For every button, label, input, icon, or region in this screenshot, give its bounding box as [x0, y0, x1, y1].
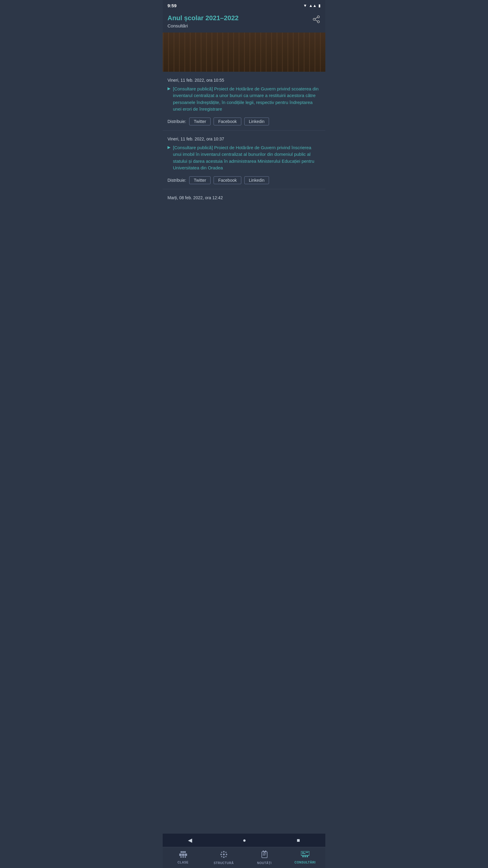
- svg-rect-13: [185, 856, 186, 858]
- main-content: Vineri, 11 feb. 2022, ora 10:55 ▶ [Consu…: [163, 72, 325, 868]
- hero-image: [163, 33, 325, 72]
- distribuie-label-1: Distribuie:: [167, 119, 186, 124]
- svg-rect-7: [185, 854, 187, 856]
- svg-point-2: [318, 21, 320, 23]
- noutati-icon: i: [261, 850, 268, 860]
- back-button[interactable]: ◀: [182, 835, 198, 845]
- nav-item-clase[interactable]: CLASE: [163, 847, 203, 868]
- home-button[interactable]: ●: [237, 835, 252, 845]
- app-header: Anul școlar 2021–2022 Consultări: [163, 11, 325, 33]
- svg-point-19: [221, 852, 222, 853]
- article-card-2: Vineri, 11 feb. 2022, ora 10:37 ▶ [Consu…: [163, 130, 325, 189]
- header-text: Anul școlar 2021–2022 Consultări: [167, 14, 238, 28]
- android-nav: ◀ ● ■: [163, 834, 325, 847]
- linkedin-btn-2[interactable]: Linkedin: [244, 176, 269, 184]
- signal-icon: ▲▲: [309, 3, 317, 8]
- svg-point-14: [223, 854, 225, 855]
- status-icons: ▼ ▲▲ ▮: [303, 3, 321, 8]
- distribuie-label-2: Distribuie:: [167, 178, 186, 183]
- nav-item-noutati[interactable]: i NOUTĂȚI: [244, 847, 285, 868]
- article-title-1[interactable]: [Consultare publică] Proiect de Hotărâre…: [173, 86, 321, 113]
- twitter-btn-1[interactable]: Twitter: [189, 118, 210, 125]
- article-card-1: Vineri, 11 feb. 2022, ora 10:55 ▶ [Consu…: [163, 72, 325, 130]
- distribuie-row-1: Distribuie: Twitter Facebook Linkedin: [167, 118, 321, 125]
- facebook-btn-1[interactable]: Facebook: [214, 118, 241, 125]
- structura-icon: [220, 850, 228, 860]
- svg-point-20: [225, 852, 227, 853]
- svg-rect-6: [182, 854, 184, 856]
- article-date-1: Vineri, 11 feb. 2022, ora 10:55: [167, 78, 321, 83]
- svg-line-3: [315, 20, 318, 22]
- article-date-2: Vineri, 11 feb. 2022, ora 10:37: [167, 136, 321, 141]
- svg-rect-26: [263, 854, 266, 854]
- svg-rect-11: [181, 856, 182, 858]
- svg-point-22: [225, 856, 227, 857]
- svg-rect-33: [305, 852, 308, 852]
- partial-article-date: Marți, 08 feb. 2022, ora 12:42: [167, 195, 321, 200]
- consultari-label: CONSULTĂRI: [295, 861, 316, 864]
- bottom-nav: CLASE STRUCTURĂ: [163, 847, 325, 868]
- svg-point-16: [223, 857, 224, 858]
- header-subtitle: Consultări: [167, 23, 238, 28]
- svg-point-18: [226, 854, 227, 855]
- linkedin-btn-1[interactable]: Linkedin: [244, 118, 269, 125]
- recent-button[interactable]: ■: [291, 835, 306, 845]
- header-title: Anul școlar 2021–2022: [167, 14, 238, 23]
- svg-rect-31: [302, 852, 304, 852]
- nav-item-structura[interactable]: STRUCTURĂ: [203, 847, 244, 868]
- status-time: 9:59: [167, 3, 176, 8]
- article-title-2[interactable]: [Consultare publică] Proiect de Hotărâre…: [173, 144, 321, 172]
- svg-point-15: [223, 851, 224, 852]
- battery-icon: ▮: [318, 3, 321, 8]
- svg-rect-12: [183, 856, 184, 858]
- svg-rect-10: [184, 851, 186, 853]
- twitter-btn-2[interactable]: Twitter: [189, 176, 210, 184]
- play-icon-1: ▶: [167, 86, 170, 91]
- svg-point-21: [221, 856, 222, 857]
- play-icon-2: ▶: [167, 145, 170, 150]
- clase-icon: [179, 851, 187, 860]
- article-title-row-1: ▶ [Consultare publică] Proiect de Hotărâ…: [167, 86, 321, 113]
- status-bar: 9:59 ▼ ▲▲ ▮: [163, 0, 325, 11]
- noutati-label: NOUTĂȚI: [257, 861, 272, 865]
- svg-point-17: [220, 854, 222, 855]
- clase-label: CLASE: [177, 861, 188, 864]
- article-partial: Marți, 08 feb. 2022, ora 12:42: [163, 189, 325, 200]
- consultari-icon: [301, 851, 310, 860]
- svg-point-34: [302, 856, 304, 858]
- svg-rect-5: [179, 854, 182, 856]
- svg-rect-8: [181, 851, 182, 853]
- nav-item-consultari[interactable]: CONSULTĂRI: [285, 847, 325, 868]
- svg-point-36: [306, 856, 308, 858]
- article-title-row-2: ▶ [Consultare publică] Proiect de Hotărâ…: [167, 144, 321, 172]
- distribuie-row-2: Distribuie: Twitter Facebook Linkedin: [167, 176, 321, 184]
- svg-point-1: [313, 19, 315, 21]
- hero-image-inner: [163, 33, 325, 72]
- svg-point-0: [318, 16, 320, 18]
- share-icon[interactable]: [312, 15, 321, 26]
- svg-point-35: [304, 856, 306, 858]
- svg-rect-32: [302, 853, 305, 854]
- svg-line-4: [315, 18, 318, 19]
- structura-label: STRUCTURĂ: [214, 861, 234, 865]
- svg-rect-27: [263, 855, 265, 855]
- svg-rect-9: [182, 851, 184, 853]
- wifi-icon: ▼: [303, 3, 307, 8]
- facebook-btn-2[interactable]: Facebook: [214, 176, 241, 184]
